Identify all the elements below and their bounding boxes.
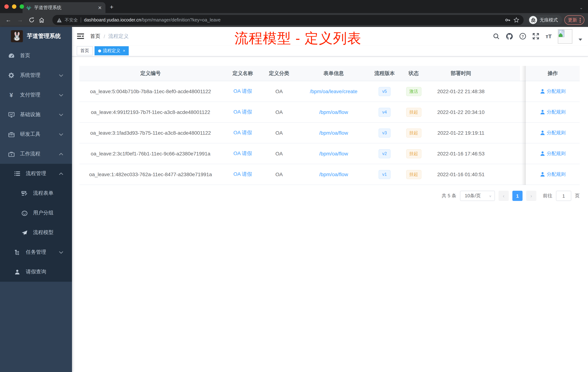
back-button[interactable]: ← xyxy=(4,17,13,23)
hamburger-icon[interactable] xyxy=(77,33,84,39)
current-page-button[interactable]: 1 xyxy=(512,191,523,201)
gear-icon xyxy=(8,72,15,78)
security-label[interactable]: 不安全 xyxy=(65,17,78,23)
status-badge: 挂起 xyxy=(406,170,421,179)
search-icon[interactable] xyxy=(493,33,500,40)
send-icon xyxy=(21,230,28,235)
key-icon[interactable] xyxy=(505,17,511,23)
fullscreen-icon[interactable] xyxy=(533,33,539,40)
status-badge: 挂起 xyxy=(406,108,421,117)
form-info-link[interactable]: /bpm/oa/flow xyxy=(319,171,348,177)
github-icon[interactable] xyxy=(506,33,513,40)
home-button[interactable] xyxy=(39,17,48,23)
tag-close-icon[interactable]: × xyxy=(123,47,125,55)
close-window-button[interactable] xyxy=(4,4,9,9)
cell-category: OA xyxy=(264,109,294,115)
list-icon xyxy=(14,171,20,176)
font-size-icon[interactable]: ᴛT xyxy=(546,33,552,39)
cell-deploy-time: 2022-01-16 01:40:51 xyxy=(431,171,491,177)
avatar-dropdown-caret-icon[interactable] xyxy=(578,38,582,41)
new-tab-button[interactable]: + xyxy=(110,4,114,11)
forward-button[interactable]: → xyxy=(15,17,25,23)
tab-search-chevron-icon[interactable]: ⌄ xyxy=(580,5,583,10)
reload-button[interactable] xyxy=(27,17,36,23)
sidebar-item-支付管理[interactable]: ¥支付管理 xyxy=(0,85,72,105)
assign-rule-link[interactable]: 分配规则 xyxy=(547,130,566,136)
cell-definition-id: oa_leave:5:004b710b-7b8a-11ec-8ef0-acde4… xyxy=(79,88,222,94)
status-badge: 挂起 xyxy=(406,128,421,137)
cell-deploy-time: 2022-01-22 19:19:11 xyxy=(431,130,491,136)
assign-rule-link[interactable]: 分配规则 xyxy=(547,171,566,178)
url-bar[interactable]: 不安全 dashboard.yudao.iocoder.cn/bpm/manag… xyxy=(52,15,524,25)
sidebar-item-label: 工作流程 xyxy=(20,151,40,157)
dashboard-icon xyxy=(8,53,15,58)
svg-text:?: ? xyxy=(522,34,524,38)
screen: 芋道管理系统 ✕ + ⌄ ← → 不安全 dashboard.yudao.ioc… xyxy=(0,0,588,372)
sidebar-item-请假查询[interactable]: 请假查询 xyxy=(0,262,72,282)
sidebar-item-首页[interactable]: 首页 xyxy=(0,46,72,66)
assign-rule-link[interactable]: 分配规则 xyxy=(547,109,566,115)
briefcase-icon xyxy=(8,151,15,157)
minimize-window-button[interactable] xyxy=(12,4,16,9)
definition-name-link[interactable]: OA 请假 xyxy=(233,171,252,178)
sidebar-logo[interactable]: 🐰 芋道管理系统 xyxy=(0,27,72,45)
next-page-button[interactable]: › xyxy=(526,191,536,201)
sidebar-item-label: 系统管理 xyxy=(20,72,40,79)
yen-icon: ¥ xyxy=(8,92,15,98)
browser-tab[interactable]: 芋道管理系统 ✕ xyxy=(22,2,105,13)
tab-close-icon[interactable]: ✕ xyxy=(98,5,102,10)
page-unit-label: 页 xyxy=(575,193,580,199)
column-header-定义编号: 定义编号 xyxy=(79,66,222,81)
column-header-部署时间: 部署时间 xyxy=(431,66,491,81)
form-info-link[interactable]: /bpm/oa/flow xyxy=(319,109,348,115)
cell-definition-id: oa_leave:4:991f2193-7b7f-11ec-a3c8-acde4… xyxy=(79,109,222,115)
sidebar-item-label: 支付管理 xyxy=(20,92,40,98)
cell-category: OA xyxy=(264,171,294,177)
form-info-link[interactable]: /bpm/oa/leave/create xyxy=(310,88,357,94)
definition-name-link[interactable]: OA 请假 xyxy=(233,109,252,115)
bookmark-star-icon[interactable] xyxy=(514,17,519,23)
sidebar-item-研发工具[interactable]: 研发工具 xyxy=(0,124,72,144)
sidebar-item-流程管理[interactable]: 流程管理 xyxy=(0,164,72,184)
warning-triangle-icon[interactable] xyxy=(57,18,62,22)
sidebar-item-label: 请假查询 xyxy=(26,269,46,275)
column-header-操作: 操作 xyxy=(526,66,580,81)
help-icon[interactable]: ? xyxy=(519,33,526,40)
breadcrumb-home[interactable]: 首页 xyxy=(90,33,100,40)
definition-name-link[interactable]: OA 请假 xyxy=(233,150,252,157)
maximize-window-button[interactable] xyxy=(20,4,24,9)
sidebar-item-label: 任务管理 xyxy=(26,249,46,255)
active-dot-icon xyxy=(98,49,101,52)
assign-user-icon xyxy=(540,109,545,115)
sidebar-item-用户分组[interactable]: 用户分组 xyxy=(0,203,72,223)
goto-page-input[interactable] xyxy=(556,191,571,201)
sidebar-item-系统管理[interactable]: 系统管理 xyxy=(0,66,72,85)
url-text[interactable]: dashboard.yudao.iocoder.cn/bpm/manager/d… xyxy=(84,17,502,22)
tag-home[interactable]: 首页 xyxy=(77,46,93,55)
browser-toolbar: ← → 不安全 dashboard.yudao.iocoder.cn/bpm/m… xyxy=(0,13,588,27)
assign-rule-link[interactable]: 分配规则 xyxy=(547,150,566,157)
cell-category: OA xyxy=(264,151,294,156)
app-navbar: 首页 / 流程定义 流程模型 - 定义列表 ? xyxy=(72,27,588,45)
definition-name-link[interactable]: OA 请假 xyxy=(233,88,252,95)
assign-user-icon xyxy=(540,172,545,177)
form-info-link[interactable]: /bpm/oa/flow xyxy=(319,151,348,156)
sidebar-item-任务管理[interactable]: 任务管理 xyxy=(0,242,72,262)
pagination: 共 5 条 10条/页 ∨ ‹ 1 › 前往 页 xyxy=(79,191,580,201)
update-menu-button[interactable]: 更新 xyxy=(564,15,584,25)
definition-table: 定义编号定义名称定义分类表单信息流程版本状态部署时间操作 oa_leave:5:… xyxy=(79,66,580,185)
form-info-link[interactable]: /bpm/oa/flow xyxy=(319,130,348,136)
avatar[interactable] xyxy=(558,29,572,44)
sidebar-item-工作流程[interactable]: 工作流程 xyxy=(0,144,72,164)
sidebar-item-流程模型[interactable]: 流程模型 xyxy=(0,223,72,242)
definition-name-link[interactable]: OA 请假 xyxy=(233,130,252,136)
status-badge: 激活 xyxy=(406,87,421,96)
kebab-menu-icon[interactable] xyxy=(580,18,581,22)
prev-page-button[interactable]: ‹ xyxy=(499,191,509,201)
assign-rule-link[interactable]: 分配规则 xyxy=(547,88,566,95)
sidebar-item-基础设施[interactable]: 基础设施 xyxy=(0,105,72,124)
page-size-select[interactable]: 10条/页 ∨ xyxy=(460,191,495,201)
tag-active-definition[interactable]: 流程定义 × xyxy=(94,46,129,55)
toolbox-icon xyxy=(8,131,15,137)
sidebar-item-流程表单[interactable]: 流程表单 xyxy=(0,184,72,203)
